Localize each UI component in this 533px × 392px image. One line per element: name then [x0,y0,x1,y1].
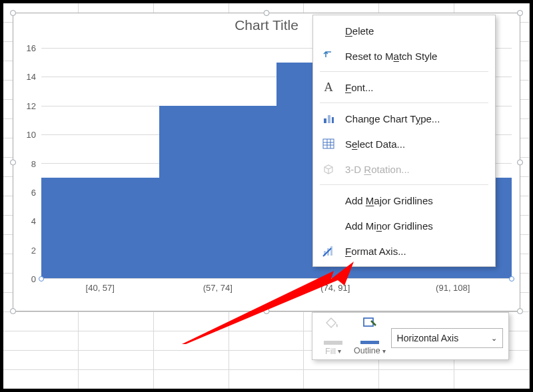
menu-label: Delete [345,25,374,37]
histogram-bin[interactable] [41,178,159,278]
svg-rect-2 [332,117,334,123]
menu-label: Format Axis... [345,246,406,257]
mini-toolbar: Fill▾ Outline▾ Horizontal Axis ⌄ [312,312,509,360]
histogram-bin[interactable] [159,106,277,279]
menu-label: Add Minor Gridlines [345,220,433,232]
x-tick-label: (74, 91] [320,283,350,293]
chart-type-icon [321,111,336,126]
selector-value: Horizontal Axis [397,333,459,343]
y-tick-label: 6 [15,187,36,197]
outline-label: Outline [354,346,380,355]
menu-label: 3-D Rotation... [345,164,410,175]
menu-label: Reset to Match Style [345,51,437,62]
x-tick-label: (57, 74] [203,283,233,293]
x-tick-label: (91, 108] [436,283,470,293]
format-axis-icon [321,244,336,258]
fill-label: Fill [325,347,336,356]
menu-delete[interactable]: Delete [313,18,495,43]
y-tick-label: 14 [15,72,36,82]
blank-icon [321,23,336,38]
resize-handle[interactable] [10,10,16,16]
menu-reset-match-style[interactable]: Reset to Match Style [313,43,495,69]
axis-selection-handle[interactable] [509,276,514,282]
menu-label: Add Major Gridlines [345,195,433,206]
y-tick-label: 16 [15,43,36,53]
menu-label: Select Data... [345,138,405,150]
y-tick-label: 2 [15,245,36,255]
rotation-icon [321,162,336,176]
svg-rect-3 [323,139,334,148]
resize-handle[interactable] [10,308,16,314]
y-tick-label: 0 [15,274,36,284]
menu-3d-rotation: 3-D Rotation... [313,156,495,182]
resize-handle[interactable] [264,10,270,16]
blank-icon [321,193,336,208]
y-tick-label: 4 [15,216,36,226]
menu-format-axis[interactable]: Format Axis... [313,238,495,264]
outline-icon [362,317,377,329]
x-tick-label: [40, 57] [86,283,115,293]
y-axis[interactable]: 0246810121416 [15,48,40,279]
menu-add-minor-gridlines[interactable]: Add Minor Gridlines [313,213,495,238]
font-icon: A [321,80,336,95]
y-tick-label: 8 [15,158,36,168]
axis-selection-handle[interactable] [39,276,44,282]
menu-change-chart-type[interactable]: Change Chart Type... [313,106,495,131]
menu-label: Change Chart Type... [345,113,440,124]
x-axis[interactable]: [40, 57](57, 74](74, 91](91, 108] [41,279,512,297]
svg-rect-0 [324,118,326,123]
chevron-down-icon: ⌄ [491,334,497,343]
y-tick-label: 12 [15,100,36,110]
fill-icon [326,317,340,329]
y-tick-label: 10 [15,130,36,140]
blank-icon [321,218,336,233]
menu-font[interactable]: A Font... [313,75,495,100]
resize-handle[interactable] [264,308,270,314]
outline-button[interactable]: Outline▾ [354,317,386,355]
chart-element-selector[interactable]: Horizontal Axis ⌄ [391,328,503,348]
menu-select-data[interactable]: Select Data... [313,131,495,156]
context-menu: Delete Reset to Match Style A Font... Ch… [312,15,496,267]
resize-handle[interactable] [517,308,523,314]
menu-label: Font... [345,82,374,93]
svg-rect-1 [328,115,330,123]
menu-add-major-gridlines[interactable]: Add Major Gridlines [313,188,495,213]
select-data-icon [321,136,336,151]
resize-handle[interactable] [517,10,523,16]
resize-handle[interactable] [517,159,523,165]
fill-button: Fill▾ [318,317,348,356]
svg-rect-10 [330,246,332,256]
reset-icon [321,49,336,63]
